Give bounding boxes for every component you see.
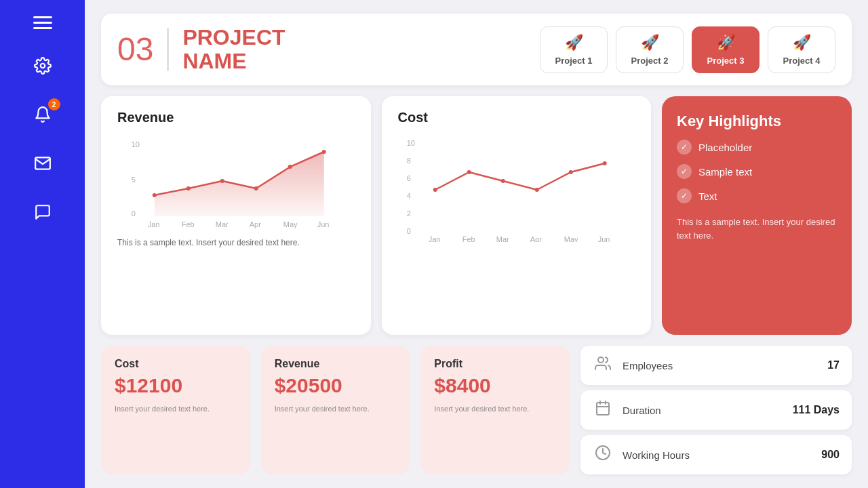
cost-desc: Insert your desired text here. — [115, 404, 237, 414]
employees-label: Employees — [623, 360, 818, 371]
revenue-desc: Insert your desired text here. — [275, 404, 397, 414]
svg-text:Apr: Apr — [530, 235, 541, 242]
check-icon-3: ✓ — [677, 188, 692, 203]
clock-icon — [593, 445, 613, 465]
svg-text:10: 10 — [406, 139, 414, 147]
cost-chart: 10 8 6 4 2 0 Jan Feb — [398, 134, 635, 242]
employees-stat: Employees 17 — [580, 346, 852, 385]
tab-project-2[interactable]: 🚀 Project 2 — [616, 26, 684, 73]
svg-text:10: 10 — [132, 140, 140, 148]
revenue-chart-desc: This is a sample text. Insert your desir… — [117, 237, 355, 249]
sidebar: 2 — [0, 0, 85, 488]
mail-icon[interactable] — [31, 151, 55, 176]
chat-icon[interactable] — [31, 200, 55, 224]
svg-text:Feb: Feb — [182, 220, 195, 228]
bell-icon[interactable]: 2 — [31, 102, 55, 127]
highlights-item-3: ✓ Text — [677, 188, 837, 203]
tab-label-4: Project 4 — [783, 56, 821, 66]
svg-text:Apr: Apr — [250, 220, 261, 228]
revenue-chart-title: Revenue — [117, 110, 355, 125]
cost-metric-card: Cost $12100 Insert your desired text her… — [101, 346, 250, 474]
svg-text:May: May — [564, 235, 578, 242]
highlights-item-2: ✓ Sample text — [677, 164, 837, 179]
cost-value: $12100 — [115, 374, 237, 397]
profit-desc: Insert your desired text here. — [434, 404, 556, 414]
tab-label-3: Project 3 — [707, 56, 745, 66]
highlights-title: Key Highlights — [677, 113, 837, 130]
cost-chart-title: Cost — [398, 110, 635, 125]
svg-point-7 — [220, 179, 224, 183]
menu-button[interactable] — [33, 16, 52, 29]
project-tabs: 🚀 Project 1 🚀 Project 2 🚀 Project 3 🚀 Pr… — [540, 26, 835, 73]
duration-value: 111 Days — [793, 404, 840, 416]
project-title: PROJECTNAME — [182, 26, 285, 73]
svg-point-6 — [186, 186, 191, 190]
project-number: 03 — [117, 33, 153, 66]
svg-point-25 — [500, 179, 505, 183]
revenue-metric-card: Revenue $20500 Insert your desired text … — [261, 346, 410, 474]
svg-text:6: 6 — [406, 174, 410, 182]
svg-text:May: May — [283, 220, 298, 228]
revenue-label: Revenue — [275, 358, 397, 370]
settings-icon[interactable] — [31, 54, 55, 78]
svg-point-26 — [534, 188, 538, 192]
highlights-item-1: ✓ Placeholder — [677, 140, 837, 155]
svg-point-35 — [598, 357, 604, 363]
rocket-icon-2: 🚀 — [641, 34, 659, 52]
header-card: 03 PROJECTNAME 🚀 Project 1 🚀 Project 2 🚀… — [101, 14, 852, 85]
svg-point-5 — [153, 193, 157, 197]
duration-label: Duration — [623, 405, 783, 416]
profit-value: $8400 — [434, 374, 556, 397]
svg-point-8 — [254, 186, 258, 190]
svg-text:Mar: Mar — [216, 220, 229, 228]
notification-badge: 2 — [48, 98, 60, 110]
revenue-chart: 10 5 0 — [117, 134, 355, 228]
stats-panel: Employees 17 Duration 111 Days — [580, 346, 852, 474]
working-hours-stat: Working Hours 900 — [580, 435, 852, 474]
rocket-icon-3: 🚀 — [717, 34, 735, 52]
highlights-card: Key Highlights ✓ Placeholder ✓ Sample te… — [662, 96, 852, 335]
svg-point-9 — [288, 165, 292, 169]
svg-rect-36 — [597, 403, 609, 415]
svg-text:8: 8 — [406, 157, 410, 165]
svg-text:2: 2 — [406, 209, 410, 218]
svg-text:Jan: Jan — [428, 235, 440, 242]
project-info: 03 PROJECTNAME — [117, 26, 285, 73]
rocket-icon-4: 🚀 — [793, 34, 811, 52]
employees-value: 17 — [827, 359, 840, 371]
svg-point-27 — [568, 170, 572, 174]
tab-label-1: Project 1 — [555, 56, 593, 66]
vertical-divider — [167, 28, 169, 71]
tab-project-4[interactable]: 🚀 Project 4 — [768, 26, 835, 73]
svg-text:4: 4 — [406, 192, 410, 200]
svg-point-28 — [602, 161, 606, 165]
check-icon-1: ✓ — [677, 140, 692, 155]
working-hours-value: 900 — [821, 449, 840, 461]
highlights-description: This is a sample text. Insert your desir… — [677, 216, 837, 242]
svg-text:0: 0 — [406, 227, 410, 235]
svg-point-10 — [322, 150, 326, 154]
middle-row: Revenue 10 5 0 — [101, 96, 852, 335]
bottom-row: Cost $12100 Insert your desired text her… — [101, 346, 852, 474]
tab-project-3[interactable]: 🚀 Project 3 — [692, 26, 760, 73]
svg-text:Jun: Jun — [317, 220, 330, 228]
people-icon — [593, 355, 613, 375]
tab-project-1[interactable]: 🚀 Project 1 — [540, 26, 608, 73]
tab-label-2: Project 2 — [631, 56, 669, 66]
rocket-icon-1: 🚀 — [565, 34, 583, 52]
svg-text:5: 5 — [132, 176, 136, 184]
svg-point-23 — [433, 188, 437, 192]
check-icon-2: ✓ — [677, 164, 692, 179]
svg-text:Jun: Jun — [597, 235, 610, 242]
calendar-icon — [593, 400, 613, 420]
profit-label: Profit — [434, 358, 556, 370]
main-content: 03 PROJECTNAME 🚀 Project 1 🚀 Project 2 🚀… — [85, 0, 868, 488]
cost-label: Cost — [115, 358, 237, 370]
svg-text:Mar: Mar — [496, 235, 509, 242]
working-hours-label: Working Hours — [623, 449, 812, 461]
svg-text:Jan: Jan — [148, 220, 160, 228]
revenue-chart-card: Revenue 10 5 0 — [101, 96, 371, 335]
svg-point-0 — [40, 64, 45, 68]
svg-text:Feb: Feb — [462, 235, 475, 242]
profit-metric-card: Profit $8400 Insert your desired text he… — [420, 346, 570, 474]
